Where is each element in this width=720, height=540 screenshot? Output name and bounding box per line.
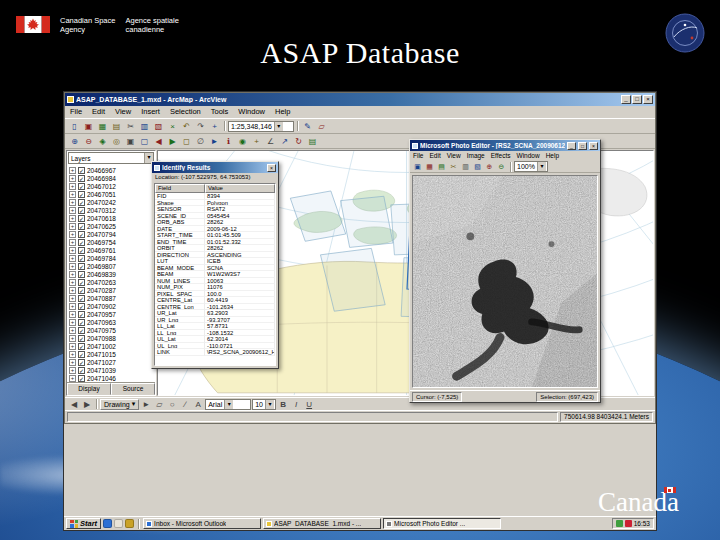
expand-icon[interactable]: + <box>69 335 76 342</box>
minimize-icon[interactable]: _ <box>621 95 631 104</box>
cut-icon[interactable]: ✂ <box>124 120 137 132</box>
hyperlink-icon[interactable]: ↗ <box>278 135 291 147</box>
delete-icon[interactable]: × <box>166 120 179 132</box>
menu-item[interactable]: Help <box>270 106 295 118</box>
layer-checkbox[interactable]: ✓ <box>78 327 85 334</box>
layer-item[interactable]: + ✓ 20469761 <box>67 246 155 254</box>
layer-checkbox[interactable]: ✓ <box>78 247 85 254</box>
chevron-down-icon[interactable]: ▾ <box>537 162 546 171</box>
paste-icon[interactable]: ▧ <box>152 120 165 132</box>
layer-item[interactable]: + ✓ 20471002 <box>67 342 155 350</box>
layer-checkbox[interactable]: ✓ <box>78 351 85 358</box>
task-arcmap[interactable]: ASAP_DATABASE_1.mxd - ... <box>263 518 381 529</box>
arcmap-titlebar[interactable]: ASAP_DATABASE_1.mxd - ArcMap - ArcView _… <box>65 93 655 106</box>
menu-item[interactable]: Tools <box>206 106 234 118</box>
expand-icon[interactable]: + <box>69 303 76 310</box>
expand-icon[interactable]: + <box>69 375 76 382</box>
expand-icon[interactable]: + <box>69 279 76 286</box>
menu-item[interactable]: Insert <box>136 106 165 118</box>
layer-item[interactable]: + ✓ 20470902 <box>67 302 155 310</box>
layer-checkbox[interactable]: ✓ <box>78 167 85 174</box>
layer-item[interactable]: + ✓ 20470242 <box>67 198 155 206</box>
save-icon[interactable]: ▦ <box>96 120 109 132</box>
menu-item[interactable]: Edit <box>426 151 443 161</box>
italic-icon[interactable]: I <box>290 399 302 410</box>
rectangle-tool-icon[interactable]: ▱ <box>153 399 165 410</box>
zoom-in-icon[interactable]: ⊕ <box>484 162 495 172</box>
layer-item[interactable]: + ✓ 20469784 <box>67 254 155 262</box>
go-to-xy-icon[interactable]: + <box>250 135 263 147</box>
zoom-level-combo[interactable]: 100% ▾ <box>514 161 548 172</box>
print-icon[interactable]: ▤ <box>110 120 123 132</box>
layer-checkbox[interactable]: ✓ <box>78 303 85 310</box>
menu-item[interactable]: Edit <box>87 106 110 118</box>
identify-icon[interactable]: ℹ <box>222 135 235 147</box>
expand-icon[interactable]: + <box>69 287 76 294</box>
fixed-zoom-in-icon[interactable]: ▣ <box>124 135 137 147</box>
menu-item[interactable]: Effects <box>488 151 514 161</box>
maximize-icon[interactable]: □ <box>578 142 587 150</box>
expand-icon[interactable]: + <box>69 343 76 350</box>
expand-icon[interactable]: + <box>69 183 76 190</box>
photo-editor-titlebar[interactable]: Microsoft Photo Editor - [RS2_SCNA_20090… <box>410 140 600 151</box>
expand-icon[interactable]: + <box>69 311 76 318</box>
menu-item[interactable]: File <box>65 106 87 118</box>
expand-icon[interactable]: + <box>69 367 76 374</box>
select-elements-icon[interactable]: ► <box>208 135 221 147</box>
layer-item[interactable]: + ✓ 20469754 <box>67 238 155 246</box>
expand-icon[interactable]: + <box>69 351 76 358</box>
expand-icon[interactable]: + <box>69 327 76 334</box>
identify-titlebar[interactable]: Identify Results × <box>152 162 278 173</box>
layer-item[interactable]: + ✓ 20471039 <box>67 366 155 374</box>
expand-icon[interactable]: + <box>69 319 76 326</box>
layer-checkbox[interactable]: ✓ <box>78 311 85 318</box>
expand-icon[interactable]: + <box>69 167 76 174</box>
start-button[interactable]: Start <box>66 518 101 529</box>
layer-item[interactable]: + ✓ 20470887 <box>67 294 155 302</box>
chevron-down-icon[interactable]: ▾ <box>274 122 283 131</box>
layer-item[interactable]: + ✓ 20470963 <box>67 318 155 326</box>
toc-tab[interactable]: Display <box>67 383 111 395</box>
layer-checkbox[interactable]: ✓ <box>78 191 85 198</box>
expand-icon[interactable]: + <box>69 191 76 198</box>
expand-icon[interactable]: + <box>69 255 76 262</box>
forward-extent-icon[interactable]: ▶ <box>166 135 179 147</box>
full-extent-icon[interactable]: ◎ <box>110 135 123 147</box>
expand-icon[interactable]: + <box>69 359 76 366</box>
copy-icon[interactable]: ▥ <box>460 162 471 172</box>
refresh-icon[interactable]: ↻ <box>292 135 305 147</box>
expand-icon[interactable]: + <box>69 199 76 206</box>
zoom-out-icon[interactable]: ⊖ <box>82 135 95 147</box>
layer-checkbox[interactable]: ✓ <box>78 279 85 286</box>
paste-icon[interactable]: ▧ <box>472 162 483 172</box>
layer-checkbox[interactable]: ✓ <box>78 183 85 190</box>
copy-icon[interactable]: ▥ <box>138 120 151 132</box>
menu-item[interactable]: View <box>110 106 136 118</box>
print-icon[interactable]: ▤ <box>436 162 447 172</box>
close-icon[interactable]: × <box>589 142 598 150</box>
layer-checkbox[interactable]: ✓ <box>78 359 85 366</box>
cut-icon[interactable]: ✂ <box>448 162 459 172</box>
toolbar-scroll-right-icon[interactable]: ▶ <box>81 399 93 410</box>
layer-checkbox[interactable]: ✓ <box>78 223 85 230</box>
new-map-icon[interactable]: ▯ <box>68 120 81 132</box>
layer-item[interactable]: + ✓ 20469807 <box>67 262 155 270</box>
select-features-icon[interactable]: ◻ <box>180 135 193 147</box>
layer-item[interactable]: + ✓ 20470988 <box>67 334 155 342</box>
expand-icon[interactable]: + <box>69 207 76 214</box>
sar-image[interactable] <box>412 175 598 388</box>
expand-icon[interactable]: + <box>69 231 76 238</box>
toc-layers-combo[interactable]: Layers ▾ <box>68 152 154 164</box>
field-column-header[interactable]: Field <box>155 184 205 193</box>
layer-checkbox[interactable]: ✓ <box>78 367 85 374</box>
chevron-down-icon[interactable]: ▾ <box>265 400 274 409</box>
fixed-zoom-out-icon[interactable]: ▢ <box>138 135 151 147</box>
layer-checkbox[interactable]: ✓ <box>78 287 85 294</box>
toc-tab[interactable]: Source <box>111 383 155 395</box>
menu-item[interactable]: Window <box>514 151 543 161</box>
underline-icon[interactable]: U <box>303 399 315 410</box>
layer-item[interactable]: + ✓ 20467051 <box>67 190 155 198</box>
layer-item[interactable]: + ✓ 20470618 <box>67 214 155 222</box>
layer-item[interactable]: + ✓ 20470625 <box>67 222 155 230</box>
outlook-icon[interactable] <box>125 519 134 528</box>
